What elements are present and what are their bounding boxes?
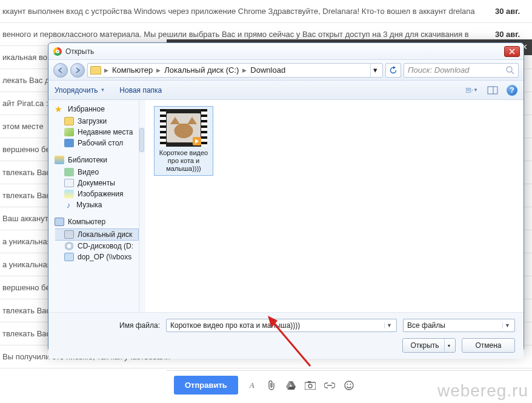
nav-item-downloads[interactable]: Загрузки	[55, 116, 139, 127]
nav-item-recent[interactable]: Недавние места	[55, 127, 139, 138]
file-name-label: Короткое видео про кота и малыша))))	[157, 149, 210, 173]
play-overlay-icon	[193, 137, 201, 145]
svg-point-5	[350, 384, 351, 385]
email-row[interactable]: ккаунт выполнен вход с устройства Window…	[0, 0, 532, 23]
window-close-button[interactable]	[504, 46, 520, 57]
recent-icon	[64, 128, 74, 136]
document-icon	[64, 179, 74, 187]
nav-back-button[interactable]	[53, 63, 68, 78]
chrome-icon	[53, 47, 62, 56]
view-mode-button[interactable]: ▼	[465, 85, 479, 96]
star-icon: ★	[55, 105, 64, 113]
dialog-navbar: ▶ Компьютер ▶ Локальный диск (C:) ▶ Down…	[48, 60, 524, 81]
breadcrumb-bar[interactable]: ▶ Компьютер ▶ Локальный диск (C:) ▶ Down…	[87, 63, 383, 78]
network-drive-icon	[64, 253, 74, 261]
new-folder-button[interactable]: Новая папка	[119, 86, 162, 95]
search-field[interactable]: Поиск: Download	[404, 63, 519, 78]
computer-icon	[55, 218, 64, 226]
file-item-selected[interactable]: Короткое видео про кота и малыша))))	[154, 106, 213, 176]
organize-menu[interactable]: Упорядочить ▼	[55, 86, 105, 95]
open-button[interactable]: Открыть▾	[402, 338, 456, 353]
desktop-icon	[64, 139, 74, 147]
send-button[interactable]: Отправить	[174, 376, 238, 395]
music-icon: ♪	[64, 201, 73, 209]
nav-computer-header[interactable]: Компьютер	[55, 218, 139, 226]
cd-icon	[64, 242, 74, 250]
dialog-footer: Имя файла: Короткое видео про кота и мал…	[48, 312, 524, 359]
photo-icon[interactable]	[305, 380, 316, 391]
preview-pane-button[interactable]	[486, 85, 499, 96]
svg-point-1	[308, 384, 312, 388]
images-icon	[64, 190, 74, 198]
nav-item-cd[interactable]: CD-дисковод (D:	[55, 241, 139, 251]
svg-point-6	[507, 67, 512, 72]
svg-rect-0	[305, 382, 316, 390]
breadcrumb-separator[interactable]: ▶	[242, 67, 247, 73]
format-icon[interactable]: A	[247, 380, 258, 391]
chevron-down-icon[interactable]: ▼	[502, 322, 512, 328]
breadcrumb-separator[interactable]: ▶	[104, 67, 109, 73]
help-button[interactable]: ?	[507, 85, 517, 96]
dialog-titlebar[interactable]: Открыть	[48, 43, 524, 60]
navigation-tree: ★Избранное Загрузки Недавние места Рабоч…	[48, 100, 139, 312]
dialog-title: Открыть	[65, 47, 504, 56]
emoji-icon[interactable]	[344, 380, 354, 391]
search-icon	[506, 66, 514, 75]
disk-icon	[64, 230, 74, 239]
nav-item-music[interactable]: ♪Музыка	[55, 199, 139, 210]
drive-icon[interactable]	[285, 380, 296, 391]
svg-point-3	[345, 381, 353, 390]
file-type-filter[interactable]: Все файлы ▼	[403, 319, 515, 332]
filename-input[interactable]: Короткое видео про кота и малыша)))) ▼	[166, 319, 397, 332]
chevron-down-icon[interactable]: ▼	[384, 322, 394, 328]
refresh-button[interactable]	[385, 63, 401, 78]
nav-favorites-header[interactable]: ★Избранное	[55, 105, 139, 113]
breadcrumb-segment[interactable]: Локальный диск (C:)	[162, 65, 241, 75]
cancel-button[interactable]: Отмена	[462, 338, 515, 353]
library-icon	[55, 156, 64, 164]
svg-rect-9	[488, 87, 497, 94]
nav-item-documents[interactable]: Документы	[55, 178, 139, 188]
svg-point-4	[347, 384, 348, 385]
breadcrumb-dropdown[interactable]: ▾	[370, 64, 380, 77]
chevron-down-icon[interactable]: ▾	[444, 339, 454, 352]
video-icon	[64, 168, 74, 176]
folder-icon	[90, 66, 101, 75]
svg-rect-2	[308, 381, 311, 383]
breadcrumb-segment[interactable]: Компьютер	[110, 65, 155, 75]
nav-libraries-header[interactable]: Библиотеки	[55, 156, 139, 164]
nav-item-video[interactable]: Видео	[55, 167, 139, 178]
nav-item-local-disk[interactable]: Локальный диск	[55, 228, 139, 241]
link-icon[interactable]	[324, 380, 335, 391]
scroll-track[interactable]	[139, 100, 145, 312]
scroll-thumb[interactable]	[139, 128, 144, 152]
dialog-toolbar: Упорядочить ▼ Новая папка ▼ ?	[48, 81, 524, 100]
nav-item-desktop[interactable]: Рабочий стол	[55, 138, 139, 148]
svg-rect-8	[467, 88, 470, 91]
attach-icon[interactable]	[266, 380, 277, 391]
breadcrumb-separator[interactable]: ▶	[156, 67, 161, 73]
search-placeholder: Поиск: Download	[408, 65, 470, 75]
nav-forward-button[interactable]	[70, 63, 85, 78]
nav-item-images[interactable]: Изображения	[55, 188, 139, 199]
watermark: webereg.ru	[437, 381, 528, 401]
breadcrumb-segment[interactable]: Download	[248, 65, 287, 75]
nav-item-network[interactable]: dop_OP (\\vboxs	[55, 251, 139, 262]
filename-label: Имя файла:	[57, 321, 160, 330]
open-file-dialog: Открыть ▶ Компьютер ▶ Локальный диск (C:…	[48, 42, 524, 351]
video-thumbnail	[160, 109, 207, 147]
folder-icon	[64, 117, 74, 125]
file-list-area[interactable]: Короткое видео про кота и малыша))))	[139, 100, 524, 312]
